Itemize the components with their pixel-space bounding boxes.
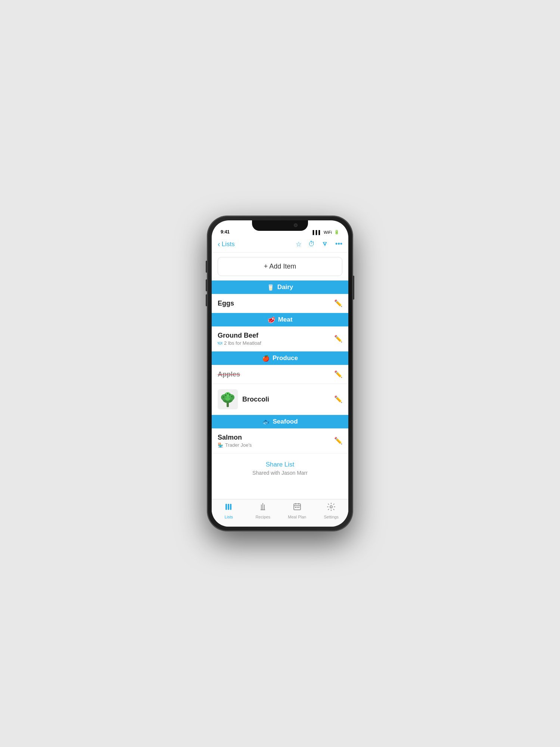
category-header-produce: 🍎 Produce xyxy=(212,351,348,365)
mealplan-tab-label: Meal Plan xyxy=(288,515,306,519)
svg-point-9 xyxy=(225,394,227,396)
status-icons: ▌▌▌ WiFi 🔋 xyxy=(313,230,339,235)
item-name-apples: Apples xyxy=(218,371,331,378)
tab-mealplan[interactable]: Meal Plan xyxy=(280,502,314,519)
mealplan-tab-icon xyxy=(293,502,302,514)
nav-bar: ‹ Lists ☆ ⏱ ⛛ ••• xyxy=(212,237,348,252)
meat-icon: 🥩 xyxy=(268,316,275,323)
lists-tab-label: Lists xyxy=(224,515,233,519)
phone-frame: 9:41 ▌▌▌ WiFi 🔋 ‹ Lists ☆ ⏱ ⛛ ••• xyxy=(207,216,353,531)
tab-lists[interactable]: Lists xyxy=(212,502,246,519)
item-sub-text-salmon: Trader Joe's xyxy=(225,442,252,448)
front-camera xyxy=(294,223,298,227)
edit-icon-eggs[interactable]: ✏️ xyxy=(334,299,342,307)
meat-label: Meat xyxy=(278,316,293,323)
svg-rect-16 xyxy=(230,504,231,510)
category-header-dairy: 🥛 Dairy xyxy=(212,280,348,294)
add-item-label: + Add Item xyxy=(264,263,296,270)
item-content-eggs: Eggs xyxy=(218,300,331,307)
item-name-ground-beef: Ground Beef xyxy=(218,332,331,340)
tab-settings[interactable]: Settings xyxy=(314,502,349,519)
category-header-meat: 🥩 Meat xyxy=(212,313,348,326)
svg-rect-25 xyxy=(295,507,296,508)
tab-bar: Lists Recipes xyxy=(212,499,348,527)
dairy-icon: 🥛 xyxy=(267,284,274,291)
back-button[interactable]: ‹ Lists xyxy=(218,240,235,248)
item-name-salmon: Salmon xyxy=(218,434,331,441)
svg-rect-15 xyxy=(228,504,229,510)
broccoli-image xyxy=(218,390,237,409)
battery-icon: 🔋 xyxy=(334,230,339,235)
list-item: Ground Beef 🍽 2 lbs for Meatloaf ✏️ xyxy=(212,326,348,351)
item-sub-ground-beef: 🍽 2 lbs for Meatloaf xyxy=(218,340,331,346)
edit-icon-salmon[interactable]: ✏️ xyxy=(334,437,342,445)
recipes-tab-label: Recipes xyxy=(255,515,270,519)
item-sub-salmon: 🏪 Trader Joe's xyxy=(218,442,331,448)
broccoli-thumbnail xyxy=(218,389,238,409)
item-content-apples: Apples xyxy=(218,371,331,378)
svg-rect-27 xyxy=(298,507,299,508)
produce-icon: 🍎 xyxy=(262,355,270,362)
svg-point-28 xyxy=(330,506,332,508)
list-item: Salmon 🏪 Trader Joe's ✏️ xyxy=(212,428,348,453)
share-list-button[interactable]: Share List xyxy=(266,461,295,468)
store-icon: 🏪 xyxy=(218,443,223,448)
clock-icon[interactable]: ⏱ xyxy=(308,240,315,248)
notch xyxy=(252,220,308,231)
svg-point-11 xyxy=(227,393,228,394)
signal-icon: ▌▌▌ xyxy=(313,230,321,235)
seafood-label: Seafood xyxy=(273,418,298,425)
edit-icon-ground-beef[interactable]: ✏️ xyxy=(334,335,342,343)
star-icon[interactable]: ☆ xyxy=(296,240,302,248)
content-area: + Add Item 🥛 Dairy Eggs ✏️ 🥩 Meat Groun xyxy=(212,252,348,499)
svg-point-10 xyxy=(229,394,230,396)
svg-point-12 xyxy=(223,396,224,398)
nav-actions: ☆ ⏱ ⛛ ••• xyxy=(296,240,342,248)
svg-point-13 xyxy=(231,396,233,397)
list-item: Eggs ✏️ xyxy=(212,294,348,313)
list-item: Broccoli ✏️ xyxy=(212,384,348,415)
category-header-seafood: 🐟 Seafood xyxy=(212,415,348,428)
item-sub-text-ground-beef: 2 lbs for Meatloaf xyxy=(224,340,261,346)
lists-tab-icon xyxy=(224,502,233,514)
more-icon[interactable]: ••• xyxy=(335,240,342,248)
edit-icon-apples[interactable]: ✏️ xyxy=(334,370,342,378)
share-section: Share List Shared with Jason Marr xyxy=(212,453,348,483)
list-item: Apples ✏️ xyxy=(212,365,348,384)
settings-tab-icon xyxy=(327,502,336,514)
add-item-button[interactable]: + Add Item xyxy=(218,257,342,276)
chevron-left-icon: ‹ xyxy=(218,240,220,248)
item-content-ground-beef: Ground Beef 🍽 2 lbs for Meatloaf xyxy=(218,332,331,346)
svg-rect-14 xyxy=(225,504,227,510)
settings-tab-label: Settings xyxy=(324,515,339,519)
recipes-tab-icon xyxy=(258,502,267,514)
filter-icon[interactable]: ⛛ xyxy=(322,240,329,248)
item-name-broccoli: Broccoli xyxy=(242,396,331,403)
svg-rect-26 xyxy=(296,507,298,508)
back-label: Lists xyxy=(222,241,235,248)
utensils-icon: 🍽 xyxy=(218,341,222,346)
item-content-salmon: Salmon 🏪 Trader Joe's xyxy=(218,434,331,448)
item-name-eggs: Eggs xyxy=(218,300,331,307)
share-sub-text: Shared with Jason Marr xyxy=(252,470,308,476)
wifi-icon: WiFi xyxy=(324,230,332,235)
seafood-icon: 🐟 xyxy=(262,418,270,425)
item-content-broccoli: Broccoli xyxy=(242,396,331,403)
tab-recipes[interactable]: Recipes xyxy=(246,502,280,519)
phone-screen: 9:41 ▌▌▌ WiFi 🔋 ‹ Lists ☆ ⏱ ⛛ ••• xyxy=(212,220,348,527)
produce-label: Produce xyxy=(273,354,298,362)
status-time: 9:41 xyxy=(221,229,230,235)
dairy-label: Dairy xyxy=(277,283,293,291)
edit-icon-broccoli[interactable]: ✏️ xyxy=(334,395,342,403)
